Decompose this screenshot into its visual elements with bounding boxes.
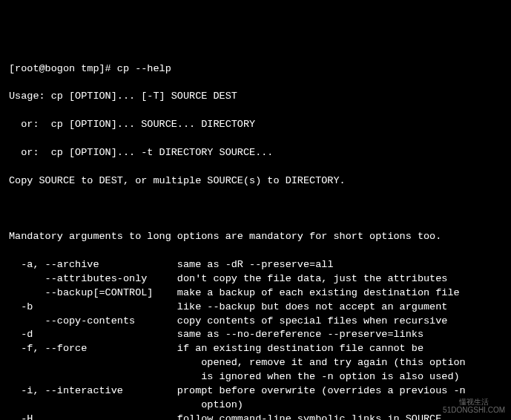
option-description: same as -dR --preserve=all (177, 259, 334, 270)
summary-line: Copy SOURCE to DEST, or multiple SOURCE(… (9, 174, 502, 188)
option-flag: -d (9, 329, 177, 340)
option-flag: --copy-contents (9, 315, 177, 327)
usage-line-0: Usage: cp [OPTION]... [-T] SOURCE DEST (9, 90, 502, 104)
option-flag: -b (9, 301, 177, 312)
option-flag (9, 357, 189, 368)
option-flag: --backup[=CONTROL] (9, 287, 177, 298)
option-row: -a, --archive same as -dR --preserve=all (9, 258, 502, 272)
options-list: -a, --archive same as -dR --preserve=all… (9, 258, 502, 420)
terminal-prompt-line: [root@bogon tmp]# cp --help (9, 62, 502, 76)
option-description: make a backup of each existing destinati… (177, 287, 460, 298)
option-flag (9, 371, 189, 382)
option-row: opened, remove it and try again (this op… (9, 356, 502, 370)
option-row: --backup[=CONTROL] make a backup of each… (9, 286, 502, 301)
mandatory-note-line: Mandatory arguments to long options are … (9, 230, 502, 244)
watermark-top: 懂视生活 (443, 398, 505, 406)
option-description: don't copy the file data, just the attri… (177, 273, 448, 284)
option-description: follow command-line symbolic links in SO… (177, 413, 441, 420)
option-description: prompt before overwrite (overrides a pre… (177, 385, 466, 396)
option-description: opened, remove it and try again (this op… (189, 357, 466, 368)
option-row: -H follow command-line symbolic links in… (9, 413, 502, 420)
option-flag: -f, --force (9, 343, 177, 354)
prompt-text: [root@bogon tmp]# cp --help (9, 63, 171, 74)
option-description: is ignored when the -n option is also us… (189, 371, 460, 382)
option-row: --attributes-only don't copy the file da… (9, 272, 502, 286)
option-flag: -H (9, 413, 177, 420)
option-row: -i, --interactive prompt before overwrit… (9, 384, 502, 398)
option-description: same as --no-dereference --preserve=link… (177, 329, 423, 340)
option-flag: -a, --archive (9, 259, 177, 270)
usage-line-1: or: cp [OPTION]... SOURCE... DIRECTORY (9, 118, 502, 132)
watermark-bottom: 51DONGSHI.COM (443, 406, 505, 414)
option-row: -f, --force if an existing destination f… (9, 342, 502, 356)
usage-line-2: or: cp [OPTION]... -t DIRECTORY SOURCE..… (9, 146, 502, 160)
blank-line (9, 202, 502, 216)
watermark: 懂视生活 51DONGSHI.COM (443, 398, 505, 414)
option-description: copy contents of special files when recu… (177, 315, 448, 327)
option-flag: --attributes-only (9, 273, 177, 284)
option-row: is ignored when the -n option is also us… (9, 370, 502, 384)
option-description: if an existing destination file cannot b… (177, 343, 423, 354)
option-row: -b like --backup but does not accept an … (9, 301, 502, 315)
option-flag: -i, --interactive (9, 385, 177, 396)
option-flag (9, 399, 189, 410)
option-description: like --backup but does not accept an arg… (177, 301, 448, 312)
option-description: option) (189, 399, 243, 410)
option-row: --copy-contents copy contents of special… (9, 315, 502, 329)
option-row: option) (9, 398, 502, 413)
option-row: -d same as --no-dereference --preserve=l… (9, 328, 502, 342)
